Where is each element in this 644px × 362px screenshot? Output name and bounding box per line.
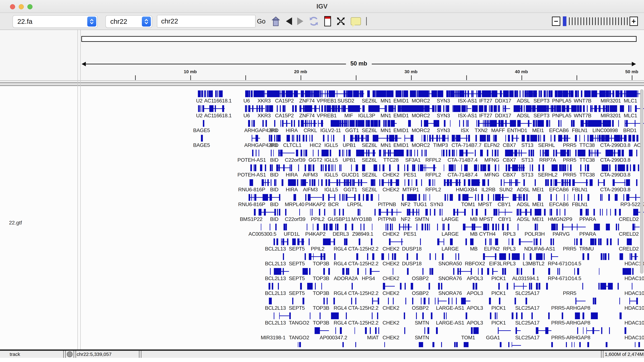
gene-name: CBX7	[503, 157, 516, 163]
zoom-in-button[interactable]: +	[630, 16, 638, 26]
zoom-tick[interactable]	[627, 17, 628, 25]
status-position: chr22:5,339,057	[76, 351, 139, 358]
gene-name: MB	[470, 231, 478, 237]
forward-icon[interactable]	[297, 17, 303, 25]
zoom-tick[interactable]	[589, 17, 590, 25]
gene-name: ADSL	[517, 187, 530, 193]
zoom-tick[interactable]	[569, 17, 570, 25]
gene-feature-glyphs[interactable]	[80, 105, 644, 112]
gene-name: LRP5L	[347, 201, 362, 207]
zoom-slider-track[interactable]	[569, 17, 628, 25]
panel-splitter[interactable]	[0, 81, 644, 86]
zoom-tick[interactable]	[612, 17, 613, 25]
zoom-tick[interactable]	[607, 17, 607, 25]
gene-name: PRR5-ARHGAP8	[551, 305, 590, 311]
gene-feature-glyphs[interactable]	[80, 194, 644, 201]
gene-feature-glyphs[interactable]	[80, 135, 644, 142]
gene-name-labels: BAGE5ARHGAP42P3BIDCLTCL1HIC2IGLL5UPB1SEZ…	[80, 142, 644, 148]
gene-name: MORC2	[412, 98, 430, 104]
zoom-tick[interactable]	[604, 17, 604, 25]
gene-name: CHEK2	[382, 187, 399, 193]
genome-select[interactable]: 22.fa	[12, 15, 98, 28]
gene-name: PNPLA5	[552, 98, 572, 104]
gene-track-row: BCL2L13SEPT5TOP3BADORA2AHPS4CHEK2OSBP2SN…	[80, 268, 644, 283]
back-icon[interactable]	[286, 17, 292, 25]
fit-to-window-icon[interactable]	[336, 16, 346, 26]
ruler-tick-label: 20 mb	[294, 69, 307, 74]
activity-indicator-icon	[67, 351, 72, 357]
name-panel-divider[interactable]	[78, 30, 81, 350]
refresh-icon[interactable]	[308, 15, 319, 27]
gene-name: CHEK2	[382, 320, 399, 326]
chromosome-select[interactable]: chr22	[106, 15, 152, 28]
gene-name: UFD1L	[284, 231, 300, 237]
zoom-out-button[interactable]: −	[552, 16, 560, 26]
zoom-tick[interactable]	[595, 17, 596, 25]
chromosome-ideogram[interactable]	[81, 36, 636, 42]
gene-feature-glyphs[interactable]	[80, 327, 644, 334]
gene-feature-glyphs[interactable]	[80, 342, 644, 347]
zoom-tick[interactable]	[592, 17, 593, 25]
gene-feature-glyphs[interactable]	[80, 238, 644, 245]
gene-feature-glyphs[interactable]	[80, 179, 644, 186]
gene-name-labels: MIR3198-1TANGO2AP000347.2MIATCHEK2SMTNTO…	[80, 335, 644, 340]
zoom-tick[interactable]	[575, 17, 576, 25]
gene-name: TXN2	[475, 127, 488, 133]
zoom-tick[interactable]	[610, 17, 610, 25]
gene-name: CYTH4	[479, 231, 496, 237]
gene-track-row: BAGE5ARHGAP42P3BIDHIRACRKLIGLV2-11GGT1SE…	[80, 120, 644, 134]
gene-feature-glyphs[interactable]	[80, 90, 644, 97]
gene-name: RPL3	[503, 231, 516, 237]
zoom-tick[interactable]	[578, 17, 578, 25]
gene-name: CBX7	[503, 172, 516, 178]
tooltip-mode-icon[interactable]	[351, 17, 361, 25]
gene-name: HIRA	[286, 127, 298, 133]
gene-feature-glyphs[interactable]	[80, 209, 644, 216]
ruler-tick	[135, 75, 136, 80]
region-of-interest-icon[interactable]	[324, 16, 331, 26]
gene-name: ST13	[521, 157, 533, 163]
gene-name: ISX-AS1	[458, 98, 477, 104]
span-arrow: 50 mb	[82, 64, 636, 64]
gene-feature-glyphs[interactable]	[80, 120, 644, 127]
zoom-tick[interactable]	[586, 17, 587, 25]
gene-name: ADSL	[517, 201, 530, 207]
track-name-label[interactable]: 22.gtf	[9, 220, 22, 226]
gene-name: BID	[270, 172, 278, 178]
gene-feature-glyphs[interactable]	[80, 283, 644, 290]
locus-input[interactable]	[157, 15, 256, 27]
zoom-tick[interactable]	[618, 17, 619, 25]
gene-feature-glyphs[interactable]	[80, 224, 644, 230]
status-spacer	[141, 351, 601, 358]
zoom-tick[interactable]	[601, 17, 602, 25]
zoom-slider-thumb[interactable]	[563, 16, 566, 26]
gene-name: POLR3H	[524, 231, 545, 237]
gene-name: SEPT3	[534, 98, 549, 104]
gene-feature-glyphs[interactable]	[80, 268, 644, 275]
gene-feature-glyphs[interactable]	[80, 298, 644, 304]
zoom-tick[interactable]	[624, 17, 625, 25]
go-button[interactable]: Go	[257, 13, 266, 29]
vertical-scrollbar[interactable]	[640, 89, 643, 274]
zoom-tick[interactable]	[615, 17, 616, 25]
gene-name: BAGE5	[193, 127, 210, 133]
gene-name: GGT2	[308, 157, 322, 163]
gene-name: PRR5	[563, 157, 576, 163]
main-toolbar: 22.fa chr22 Go	[0, 13, 644, 30]
gene-name: CHEK2	[382, 335, 399, 341]
gene-name: SEZ6L	[362, 127, 377, 133]
gene-name: MEI1	[532, 127, 544, 133]
gene-feature-glyphs[interactable]	[80, 150, 644, 156]
stepper-icon[interactable]	[142, 16, 151, 26]
home-icon[interactable]	[271, 16, 281, 27]
zoom-tick[interactable]	[580, 17, 581, 25]
gene-feature-glyphs[interactable]	[80, 313, 644, 319]
stepper-icon[interactable]	[87, 16, 96, 26]
zoom-tick[interactable]	[621, 17, 622, 25]
gene-feature-glyphs[interactable]	[80, 164, 644, 171]
zoom-tick[interactable]	[584, 17, 584, 25]
gene-name: SLC25A17	[515, 320, 540, 326]
zoom-tick[interactable]	[598, 17, 598, 25]
gene-feature-glyphs[interactable]	[80, 253, 644, 260]
zoom-tick[interactable]	[572, 17, 572, 25]
